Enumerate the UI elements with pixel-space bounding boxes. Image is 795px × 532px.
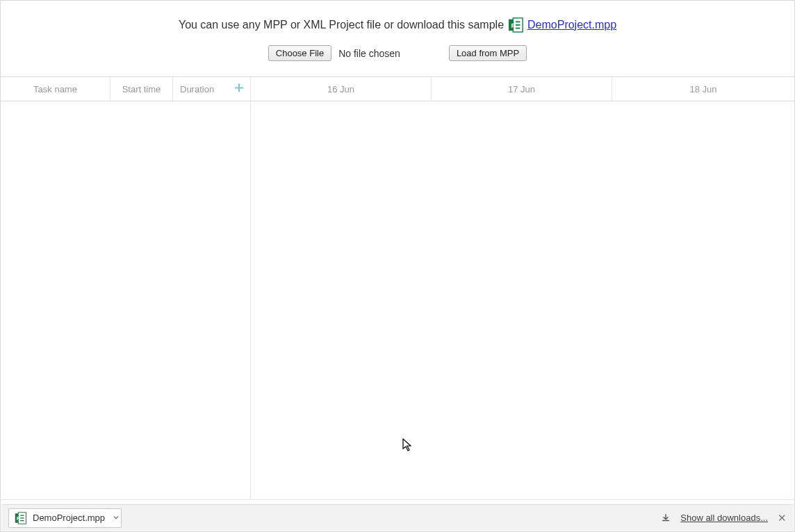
column-header-task-name-label: Task name [33, 84, 77, 94]
download-bar-right: Show all downloads... ✕ [661, 512, 787, 524]
sample-download-link[interactable]: DemoProject.mpp [527, 19, 616, 31]
svg-rect-10 [20, 517, 24, 518]
svg-text:P: P [511, 22, 516, 29]
top-panel: You can use any MPP or XML Project file … [1, 1, 794, 61]
show-all-downloads-link[interactable]: Show all downloads... [680, 513, 768, 523]
timeline-header-0-label: 16 Jun [327, 84, 354, 94]
chevron-down-icon [113, 512, 119, 522]
column-header-start-time[interactable]: Start time [110, 77, 173, 101]
download-file-name: DemoProject.mpp [33, 513, 105, 523]
choose-file-button[interactable]: Choose File [268, 45, 331, 61]
close-download-bar-button[interactable]: ✕ [778, 512, 787, 524]
svg-rect-9 [20, 515, 24, 515]
svg-rect-3 [516, 22, 520, 23]
svg-text:P: P [17, 516, 20, 521]
grid-body [1, 101, 794, 500]
download-icon [661, 513, 671, 523]
download-item[interactable]: P DemoProject.mpp [8, 508, 111, 528]
svg-rect-11 [20, 520, 24, 521]
add-column-icon[interactable] [233, 83, 245, 96]
app-window: You can use any MPP or XML Project file … [0, 0, 795, 532]
svg-rect-5 [516, 28, 520, 29]
no-file-chosen-text: No file chosen [338, 48, 400, 59]
timeline-header-1[interactable]: 17 Jun [432, 77, 612, 101]
load-from-mpp-button[interactable]: Load from MPP [449, 45, 527, 61]
mpp-file-icon: P [508, 17, 523, 33]
file-controls-row: Choose File No file chosen Load from MPP [1, 45, 794, 61]
timeline-header-2-label: 18 Jun [689, 84, 716, 94]
gantt-timeline-body[interactable] [251, 101, 794, 499]
close-icon: ✕ [778, 512, 787, 524]
timeline-header-0[interactable]: 16 Jun [251, 77, 432, 101]
column-header-duration[interactable]: Duration [173, 77, 251, 101]
instruction-row: You can use any MPP or XML Project file … [1, 17, 794, 33]
mpp-file-icon: P [15, 512, 27, 524]
download-bar: P DemoProject.mpp Show all downloads... [1, 504, 794, 531]
column-header-task-name[interactable]: Task name [1, 77, 110, 101]
column-header-duration-label: Duration [180, 84, 214, 94]
svg-rect-4 [516, 24, 520, 26]
grid-header-row: Task name Start time Duration 16 Jun 17 … [1, 76, 794, 101]
timeline-header-1-label: 17 Jun [508, 84, 535, 94]
timeline-header-2[interactable]: 18 Jun [612, 77, 794, 101]
column-header-start-time-label: Start time [122, 84, 161, 94]
instruction-text: You can use any MPP or XML Project file … [179, 19, 504, 31]
task-grid-body[interactable] [1, 101, 251, 499]
download-item-menu-button[interactable] [110, 508, 122, 528]
